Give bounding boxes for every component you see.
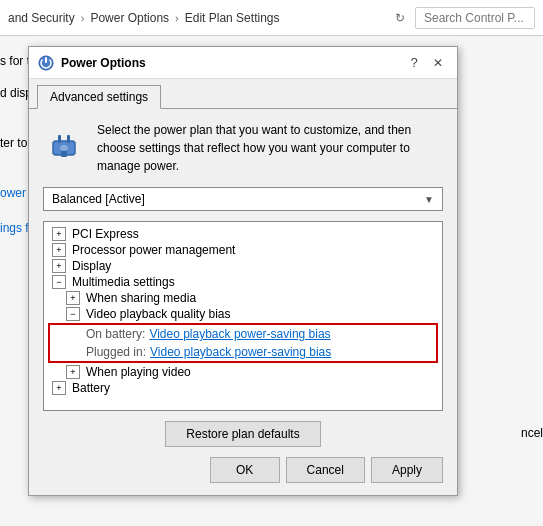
cancel-button[interactable]: Cancel <box>286 457 365 483</box>
tab-advanced-settings[interactable]: Advanced settings <box>37 85 161 109</box>
info-text: Select the power plan that you want to c… <box>97 121 443 175</box>
address-bar: and Security › Power Options › Edit Plan… <box>0 0 543 36</box>
tree-item-display[interactable]: + Display <box>44 258 442 274</box>
tree-item-vbqb[interactable]: − Video playback quality bias <box>44 306 442 322</box>
expand-icon-playing[interactable]: + <box>66 365 80 379</box>
expand-icon-processor[interactable]: + <box>52 243 66 257</box>
power-icon-small <box>37 54 55 72</box>
dialog-titlebar: Power Options ? ✕ <box>29 47 457 79</box>
dialog-body: Select the power plan that you want to c… <box>29 109 457 495</box>
expand-icon-multimedia[interactable]: − <box>52 275 66 289</box>
dropdown-row: Balanced [Active] ▼ <box>43 187 443 211</box>
expand-icon-sharing[interactable]: + <box>66 291 80 305</box>
help-button[interactable]: ? <box>403 52 425 74</box>
breadcrumb-sep-1: › <box>81 12 85 24</box>
dialog-title: Power Options <box>61 56 403 70</box>
restore-defaults-button[interactable]: Restore plan defaults <box>165 421 320 447</box>
side-text-1: s for t <box>0 54 30 68</box>
action-buttons: OK Cancel Apply <box>43 457 443 483</box>
refresh-icon[interactable]: ↻ <box>391 9 409 27</box>
on-battery-label: On battery: <box>86 327 145 341</box>
expand-icon-battery[interactable]: + <box>52 381 66 395</box>
background-panel: s for t d displ ter to sl ower se ings f… <box>0 36 543 526</box>
restore-row: Restore plan defaults <box>43 421 443 447</box>
expand-icon-pci[interactable]: + <box>52 227 66 241</box>
svg-rect-1 <box>45 57 47 63</box>
info-section: Select the power plan that you want to c… <box>43 121 443 175</box>
close-button[interactable]: ✕ <box>427 52 449 74</box>
dialog-tabs: Advanced settings <box>29 79 457 109</box>
plan-dropdown[interactable]: Balanced [Active] ▼ <box>43 187 443 211</box>
power-icon-large <box>43 121 85 163</box>
highlight-box: On battery: Video playback power-saving … <box>48 323 438 363</box>
cancel-partial-text: ncel <box>521 426 543 440</box>
tree-item-sharing[interactable]: + When sharing media <box>44 290 442 306</box>
highlight-item-battery[interactable]: On battery: Video playback power-saving … <box>50 325 436 343</box>
breadcrumb-security[interactable]: and Security <box>8 11 75 25</box>
highlight-item-plugged[interactable]: Plugged in: Video playback power-saving … <box>50 343 436 361</box>
breadcrumb-power[interactable]: Power Options <box>90 11 169 25</box>
search-input[interactable] <box>415 7 535 29</box>
expand-icon-vbqb[interactable]: − <box>66 307 80 321</box>
svg-rect-4 <box>67 135 70 143</box>
dropdown-value: Balanced [Active] <box>52 192 424 206</box>
plugged-in-label: Plugged in: <box>86 345 146 359</box>
apply-button[interactable]: Apply <box>371 457 443 483</box>
dropdown-arrow-icon: ▼ <box>424 194 434 205</box>
svg-rect-3 <box>58 135 61 143</box>
svg-point-6 <box>60 145 68 151</box>
expand-icon-display[interactable]: + <box>52 259 66 273</box>
tree-item-processor[interactable]: + Processor power management <box>44 242 442 258</box>
tree-item-multimedia[interactable]: − Multimedia settings <box>44 274 442 290</box>
power-options-dialog: Power Options ? ✕ Advanced settings <box>28 46 458 496</box>
ok-button[interactable]: OK <box>210 457 280 483</box>
tree-container[interactable]: + PCI Express + Processor power manageme… <box>43 221 443 411</box>
breadcrumb-edit[interactable]: Edit Plan Settings <box>185 11 280 25</box>
tree-item-pci[interactable]: + PCI Express <box>44 226 442 242</box>
tree-item-battery[interactable]: + Battery <box>44 380 442 396</box>
tree-item-playing[interactable]: + When playing video <box>44 364 442 380</box>
plugged-in-link[interactable]: Video playback power-saving bias <box>150 345 331 359</box>
breadcrumb-sep-2: › <box>175 12 179 24</box>
on-battery-link[interactable]: Video playback power-saving bias <box>149 327 330 341</box>
